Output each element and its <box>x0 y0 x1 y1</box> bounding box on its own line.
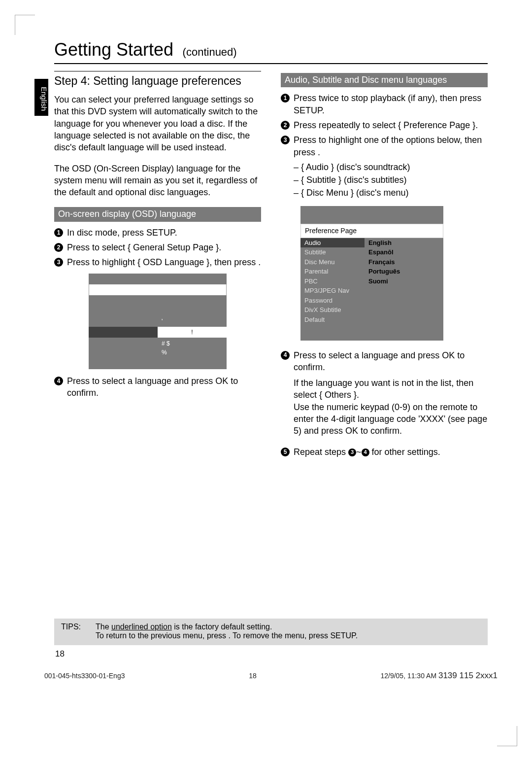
inline-badge-3: 3 <box>348 449 356 456</box>
preference-figure: Preference Page Audio Subtitle Disc Menu… <box>300 206 443 341</box>
step-text: Press to select a language and press OK … <box>67 375 261 399</box>
osd-figure: ' ! # $ % <box>89 274 227 369</box>
footer-timestamp: 12/9/05, 11:30 AM <box>380 672 436 680</box>
step-text: Press to highlight one of the options be… <box>294 134 488 158</box>
step-badge-3: 3 <box>54 258 63 267</box>
step-text: Press to highlight { OSD Language }, the… <box>67 256 261 268</box>
option-list: – { Audio } (disc's soundtrack) – { Subt… <box>294 161 488 199</box>
step-text: Press repeatedly to select { Preference … <box>294 119 488 131</box>
step-text: Repeat steps 3~4 for other settings. <box>294 446 488 458</box>
language-tab: English <box>34 79 48 116</box>
step-badge-4: 4 <box>281 351 290 360</box>
step-badge-4: 4 <box>54 377 63 385</box>
section-bar-osd: On-screen display (OSD) language <box>54 207 261 221</box>
tips-label: TIPS: <box>61 623 96 640</box>
step-badge-1: 1 <box>281 94 290 103</box>
footer-filename: 001-045-hts3300-01-Eng3 <box>44 672 125 680</box>
step-text: Press to select a language and press OK … <box>294 349 488 374</box>
step-badge-5: 5 <box>281 448 290 456</box>
print-footer: 001-045-hts3300-01-Eng3 18 12/9/05, 11:3… <box>44 671 498 681</box>
page-header: Getting Started (continued) <box>54 39 488 64</box>
step-text: Press twice to stop playback (if any), t… <box>294 92 488 116</box>
section-bar-audio: Audio, Subtitle and Disc menu languages <box>281 73 488 87</box>
step-text: In disc mode, press SETUP. <box>67 227 261 239</box>
paragraph: If the language you want is not in the l… <box>294 377 488 437</box>
step-heading: Step 4: Setting language preferences <box>54 71 261 89</box>
footer-code: 3139 115 2xxx1 <box>438 671 498 680</box>
paragraph: The OSD (On-Screen Display) language for… <box>54 163 261 199</box>
footer-pagenum: 18 <box>249 672 257 680</box>
step-text: Press to select { General Setup Page }. <box>67 242 261 253</box>
step-badge-2: 2 <box>281 121 290 130</box>
cropmark-top-left <box>15 15 35 35</box>
tips-box: TIPS: The underlined option is the facto… <box>54 619 488 645</box>
step-badge-1: 1 <box>54 228 63 237</box>
pref-fig-title: Preference Page <box>300 224 443 238</box>
step-badge-3: 3 <box>281 136 290 144</box>
page-number: 18 <box>55 649 488 659</box>
step-badge-2: 2 <box>54 243 63 252</box>
inline-badge-4: 4 <box>362 449 369 456</box>
paragraph: You can select your preferred language s… <box>54 94 261 153</box>
page-subtitle: (continued) <box>183 46 237 58</box>
page-title: Getting Started <box>54 39 173 60</box>
